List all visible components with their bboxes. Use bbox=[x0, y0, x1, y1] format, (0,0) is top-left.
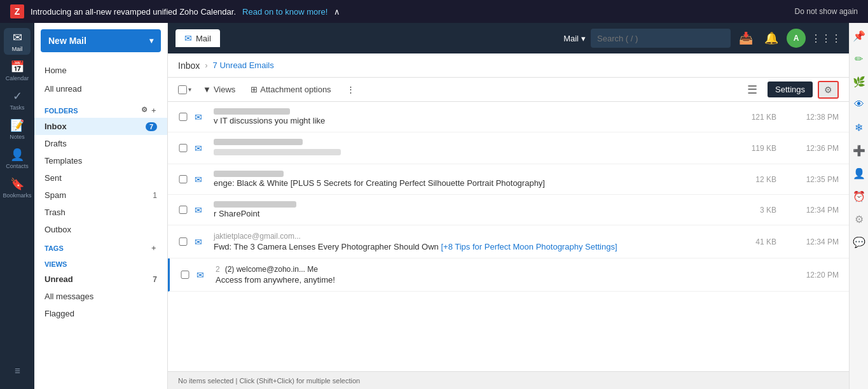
email-subject: Access from anywhere, anytime! bbox=[216, 275, 784, 285]
views-button[interactable]: ▼ Views bbox=[199, 83, 239, 96]
new-mail-button[interactable]: New Mail ▾ bbox=[41, 29, 161, 52]
view-flagged-label: Flagged bbox=[45, 309, 74, 318]
tab-mail-label: Mail bbox=[196, 34, 211, 43]
banner-link[interactable]: Read on to know more! bbox=[242, 7, 327, 17]
alarm-icon[interactable]: ⏰ bbox=[851, 188, 867, 204]
email-subject-link[interactable]: [+8 Tips for Perfect Moon Photography Se… bbox=[441, 242, 617, 251]
select-all-checkbox[interactable] bbox=[178, 85, 187, 94]
email-sender-blurred bbox=[214, 139, 303, 145]
email-time: 12:34 PM bbox=[794, 206, 839, 215]
apps-grid-icon[interactable]: ⋮⋮⋮ bbox=[811, 32, 841, 45]
search-scope-chevron: ▾ bbox=[581, 34, 586, 43]
attachment-options-button[interactable]: ⊞ Attachment options bbox=[247, 83, 334, 96]
more-icon: ⋮ bbox=[347, 85, 355, 94]
read-icon: ✉ bbox=[195, 112, 207, 122]
folder-templates[interactable]: Templates bbox=[34, 152, 167, 169]
folder-spam[interactable]: Spam 1 bbox=[34, 187, 167, 204]
email-row[interactable]: ✉ r SharePoint 3 KB 12:34 PM bbox=[168, 195, 849, 225]
person-add-icon[interactable]: 👤 bbox=[851, 166, 867, 181]
settings-icon[interactable]: ⚙ bbox=[851, 211, 867, 227]
email-sender-blurred bbox=[214, 171, 284, 177]
chat-icon[interactable]: 💬 bbox=[851, 234, 867, 250]
sidebar-item-bookmarks[interactable]: 🔖 Bookmarks bbox=[4, 174, 31, 201]
views-label: VIEWS bbox=[45, 260, 67, 268]
bottom-bar-hint: No items selected | Click (Shift+Click) … bbox=[178, 377, 360, 385]
settings-button[interactable]: Settings bbox=[768, 81, 813, 97]
sidebar-item-all-unread[interactable]: All unread bbox=[34, 80, 167, 98]
plus-box-icon[interactable]: ➕ bbox=[851, 143, 867, 158]
email-row[interactable]: ✉ enge: Black & White [PLUS 5 Secrets fo… bbox=[168, 164, 849, 195]
content-header: ✉ Mail Mail ▾ 📥 🔔 A ⋮⋮⋮ bbox=[168, 23, 849, 53]
mail-tab[interactable]: ✉ Mail bbox=[176, 29, 220, 47]
edit-icon[interactable]: ✏ bbox=[851, 51, 867, 66]
read-icon: ✉ bbox=[195, 143, 207, 153]
folder-trash[interactable]: Trash bbox=[34, 204, 167, 221]
new-mail-dropdown-arrow[interactable]: ▾ bbox=[149, 36, 153, 45]
folder-sent-label: Sent bbox=[45, 173, 62, 183]
email-checkbox[interactable] bbox=[178, 206, 188, 214]
view-all-messages[interactable]: All messages bbox=[34, 288, 167, 305]
folders-add-icon[interactable]: ＋ bbox=[150, 106, 157, 115]
pin-icon[interactable]: 📌 bbox=[851, 28, 867, 43]
email-meta bbox=[214, 171, 745, 177]
sidebar-item-notes[interactable]: 📝 Notes bbox=[4, 116, 31, 143]
sidebar-item-calendar[interactable]: 📅 Calendar bbox=[4, 57, 31, 84]
collapse-sidebar-button[interactable]: ☰ bbox=[4, 357, 31, 384]
add-notification-button[interactable]: 📥 bbox=[736, 28, 756, 48]
folder-outbox[interactable]: Outbox bbox=[34, 221, 167, 238]
attachment-label: Attachment options bbox=[260, 85, 331, 94]
email-checkbox[interactable] bbox=[180, 271, 190, 279]
eye-icon[interactable]: 👁 bbox=[851, 97, 867, 112]
read-icon: ✉ bbox=[195, 174, 207, 185]
sidebar-item-home[interactable]: Home bbox=[34, 61, 167, 80]
folders-settings-icon[interactable]: ⚙ bbox=[141, 106, 148, 115]
avatar[interactable]: A bbox=[787, 29, 806, 48]
mail-label: Mail bbox=[12, 46, 23, 52]
email-checkbox[interactable] bbox=[178, 175, 188, 183]
email-subject: Fwd: The 3 Camera Lenses Every Photograp… bbox=[214, 242, 745, 251]
more-options-button[interactable]: ⋮ bbox=[343, 83, 359, 96]
email-row[interactable]: ✉ 119 KB 12:36 PM bbox=[168, 132, 849, 164]
email-meta bbox=[214, 201, 750, 208]
tags-header-icons: ＋ bbox=[150, 243, 157, 253]
email-checkbox[interactable] bbox=[178, 237, 188, 246]
view-unread[interactable]: Unread 7 bbox=[34, 271, 167, 288]
tasks-icon: ✓ bbox=[13, 89, 22, 103]
sidebar-item-contacts[interactable]: 👤 Contacts bbox=[4, 145, 31, 172]
email-checkbox[interactable] bbox=[178, 113, 188, 121]
folder-drafts[interactable]: Drafts bbox=[34, 135, 167, 152]
tree-icon[interactable]: 🌿 bbox=[851, 74, 867, 89]
banner-dismiss[interactable]: Do not show again bbox=[795, 7, 858, 16]
settings-gear-button[interactable]: ⚙ bbox=[818, 81, 839, 99]
sidebar-item-mail[interactable]: ✉ Mail bbox=[4, 28, 31, 55]
notifications-button[interactable]: 🔔 bbox=[761, 28, 782, 48]
banner-text: Introducing an all-new revamped unified … bbox=[31, 7, 236, 17]
email-sender: (2) welcome@zoho.in... Me bbox=[225, 265, 318, 274]
email-subject: r SharePoint bbox=[214, 209, 750, 218]
email-checkbox[interactable] bbox=[178, 144, 188, 152]
email-row[interactable]: ✉ 2 (2) welcome@zoho.in... Me Access fro… bbox=[168, 258, 849, 292]
email-time: 12:36 PM bbox=[794, 144, 839, 153]
views-header: VIEWS bbox=[34, 255, 167, 271]
snowflake-icon[interactable]: ❄ bbox=[851, 120, 867, 135]
email-sender: jaktietplace@gmail.com... bbox=[214, 232, 301, 241]
folder-inbox[interactable]: Inbox 7 bbox=[34, 118, 167, 135]
email-meta bbox=[214, 108, 741, 115]
search-input[interactable] bbox=[591, 29, 731, 48]
folder-sent[interactable]: Sent bbox=[34, 169, 167, 187]
inbox-header: Inbox › 7 Unread Emails bbox=[168, 53, 849, 78]
email-time: 12:20 PM bbox=[794, 271, 839, 279]
search-scope-dropdown[interactable]: Mail ▾ bbox=[563, 34, 586, 43]
view-flagged[interactable]: Flagged bbox=[34, 305, 167, 322]
email-row[interactable]: ✉ jaktietplace@gmail.com... Fwd: The 3 C… bbox=[168, 225, 849, 258]
select-dropdown-chevron[interactable]: ▾ bbox=[188, 86, 191, 93]
inbox-view-icon-button[interactable]: ☰ bbox=[742, 80, 762, 100]
email-row[interactable]: ✉ v IT discussions you might like 121 KB… bbox=[168, 102, 849, 132]
sidebar-item-tasks[interactable]: ✓ Tasks bbox=[4, 87, 31, 113]
tags-add-icon[interactable]: ＋ bbox=[150, 243, 157, 253]
tasks-label: Tasks bbox=[10, 104, 24, 111]
folder-trash-label: Trash bbox=[45, 208, 65, 217]
unread-emails-link[interactable]: 7 Unread Emails bbox=[213, 60, 274, 70]
email-size: 3 KB bbox=[760, 206, 776, 215]
select-all-area[interactable]: ▾ bbox=[178, 85, 191, 94]
